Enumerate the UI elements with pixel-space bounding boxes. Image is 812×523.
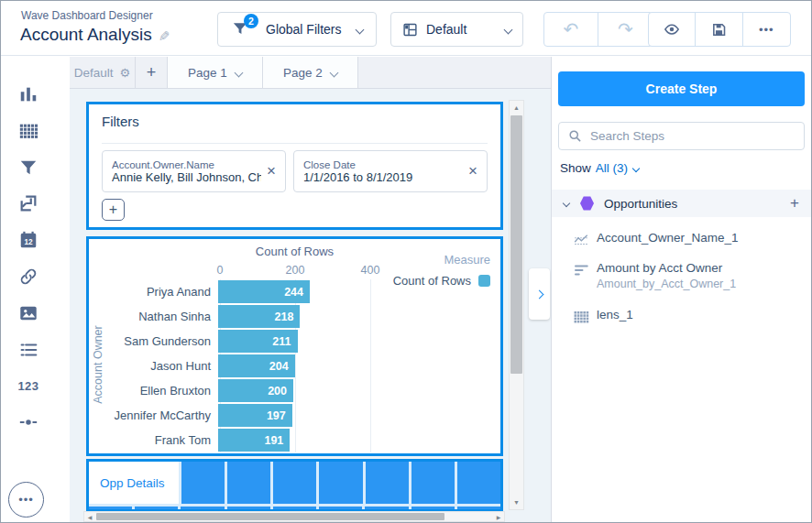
redo-button[interactable]: ↷ — [598, 13, 653, 46]
bar-row: Jason Hunt204 — [89, 354, 500, 378]
bar-frank-tom[interactable]: 191 — [218, 429, 290, 452]
scroll-right-arrow[interactable]: ▶ — [493, 512, 504, 521]
page-tab-label: Page 1 — [188, 66, 227, 80]
add-step-button[interactable]: + — [790, 194, 799, 212]
category-label: Nathan Sinha — [89, 310, 218, 323]
chart-y-axis-label: Account Owner — [92, 319, 104, 410]
bar-priya-anand[interactable]: 244 — [218, 280, 310, 303]
create-step-button[interactable]: Create Step — [558, 71, 805, 106]
remove-filter-icon[interactable]: × — [267, 162, 276, 180]
table-widget-icon — [18, 121, 38, 141]
dataset-name: Opportunities — [604, 197, 790, 211]
number-widget-button[interactable]: 123 — [16, 374, 40, 398]
remove-filter-icon[interactable]: × — [468, 162, 477, 180]
filter-widget-button[interactable] — [16, 156, 40, 180]
table-icon — [573, 309, 589, 325]
bar-chart-widget[interactable]: Count of Rows 0200400 Measure Count of R… — [86, 236, 503, 456]
chevron-down-icon — [356, 25, 365, 34]
layout-select-value: Default — [426, 22, 466, 37]
dataset-hexagon-icon — [580, 196, 594, 211]
save-button[interactable] — [696, 13, 742, 46]
table-cell[interactable] — [181, 462, 225, 504]
category-label: Jason Hunt — [89, 359, 218, 373]
show-label: Show — [560, 161, 591, 175]
tab-page-1[interactable]: Page 1 — [168, 57, 263, 88]
bar-chart-widget-icon — [18, 84, 38, 104]
bar-row: Sam Gunderson211 — [89, 329, 500, 354]
table-cell[interactable] — [457, 462, 500, 504]
x-axis-tick: 400 — [361, 264, 380, 277]
scrollbar-thumb[interactable] — [510, 115, 522, 374]
link-widget-button[interactable] — [16, 265, 40, 289]
bar-sam-gunderson[interactable]: 211 — [218, 330, 298, 353]
search-steps-box[interactable] — [558, 122, 805, 150]
dataset-section-opportunities[interactable]: Opportunities + — [552, 190, 811, 217]
table-cell[interactable] — [411, 462, 455, 504]
scroll-up-arrow[interactable]: ▲ — [510, 101, 523, 114]
canvas-horizontal-scrollbar[interactable]: ◀ ▶ — [83, 511, 505, 522]
bar-value-label: 191 — [264, 434, 290, 447]
tab-page-2[interactable]: Page 2 — [263, 57, 358, 88]
step-item-account_owner_name_1[interactable]: Account_Owner_Name_1 — [552, 224, 811, 255]
bar-row: Ellen Bruxton200 — [89, 378, 500, 403]
bar-value-label: 200 — [268, 385, 293, 398]
table-cell[interactable] — [273, 462, 316, 504]
bar-value-label: 211 — [272, 335, 297, 348]
image-widget-button[interactable] — [16, 301, 40, 325]
step-item-lens_1[interactable]: lens_1 — [552, 301, 811, 332]
toggle-widget-button[interactable] — [16, 410, 40, 434]
scroll-left-arrow[interactable]: ◀ — [84, 512, 95, 521]
filter-chip-account-owner[interactable]: Account.Owner.Name Annie Kelly, Bill Joh… — [102, 150, 286, 192]
values-table-widget[interactable]: Opp Details — [86, 459, 503, 512]
filters-widget[interactable]: Filters Account.Owner.Name Annie Kelly, … — [86, 102, 503, 230]
table-cell[interactable] — [366, 462, 409, 504]
chevron-down-icon — [329, 68, 338, 77]
edit-title-icon[interactable]: ✎ — [159, 28, 170, 45]
list-widget-button[interactable] — [16, 338, 40, 362]
more-actions-button[interactable]: ••• — [743, 13, 790, 46]
bar-value-label: 218 — [275, 311, 301, 323]
date-widget-button[interactable]: 12 — [16, 228, 40, 252]
undo-button[interactable]: ↶ — [544, 13, 598, 46]
eye-icon — [663, 21, 681, 38]
table-cell[interactable] — [319, 462, 362, 504]
save-icon — [711, 22, 727, 38]
filter-chip-close-date[interactable]: Close Date 1/1/2016 to 8/1/2019 × — [293, 150, 488, 192]
more-widgets-button[interactable]: ••• — [8, 482, 44, 518]
table-cell[interactable] — [227, 462, 270, 504]
expand-panel-handle[interactable] — [529, 268, 550, 320]
bar-ellen-bruxton[interactable]: 200 — [218, 379, 293, 402]
preview-button[interactable] — [649, 13, 696, 46]
filter-widget-icon — [18, 158, 38, 178]
tab-layout-default[interactable]: Default ⚙ — [70, 57, 136, 88]
dashboard-canvas: Filters Account.Owner.Name Annie Kelly, … — [70, 89, 551, 522]
search-steps-input[interactable] — [590, 129, 795, 143]
chevron-down-icon — [504, 25, 513, 34]
step-item-amount by acct owner[interactable]: Amount by Acct OwnerAmount_by_Acct_Owner… — [552, 255, 811, 301]
view-actions-group: ••• — [648, 12, 791, 47]
bar-value-label: 244 — [284, 286, 310, 299]
chevron-down-icon — [234, 68, 243, 77]
table-widget-button[interactable] — [16, 119, 40, 143]
add-page-button[interactable]: + — [136, 57, 168, 88]
canvas-vertical-scrollbar[interactable]: ▲ ▼ — [509, 100, 524, 510]
app-label: Wave Dashboard Designer — [21, 9, 153, 22]
container-widget-button[interactable] — [16, 191, 40, 215]
scrollbar-thumb[interactable] — [96, 513, 444, 520]
layout-select[interactable]: Default — [390, 12, 523, 47]
ellipsis-icon: ••• — [759, 23, 774, 37]
global-filters-badge: 2 — [244, 14, 258, 28]
show-filter-row: Show All (3) — [560, 161, 639, 175]
scroll-down-arrow[interactable]: ▼ — [510, 496, 523, 509]
bar-jennifer-mccarthy[interactable]: 197 — [218, 404, 292, 427]
filter-value: 1/1/2016 to 8/1/2019 — [303, 170, 463, 184]
bar-value-label: 197 — [267, 409, 292, 422]
show-all-dropdown[interactable]: All (3) — [596, 161, 639, 175]
chevron-right-icon — [535, 289, 544, 299]
bar-jason-hunt[interactable]: 204 — [218, 354, 295, 377]
table-header-cell[interactable]: Opp Details — [89, 462, 179, 504]
bar-nathan-sinha[interactable]: 218 — [218, 305, 300, 328]
add-filter-button[interactable]: + — [102, 199, 125, 221]
bar-chart-widget-button[interactable] — [16, 82, 40, 106]
global-filters-button[interactable]: 2 Global Filters — [217, 12, 377, 47]
